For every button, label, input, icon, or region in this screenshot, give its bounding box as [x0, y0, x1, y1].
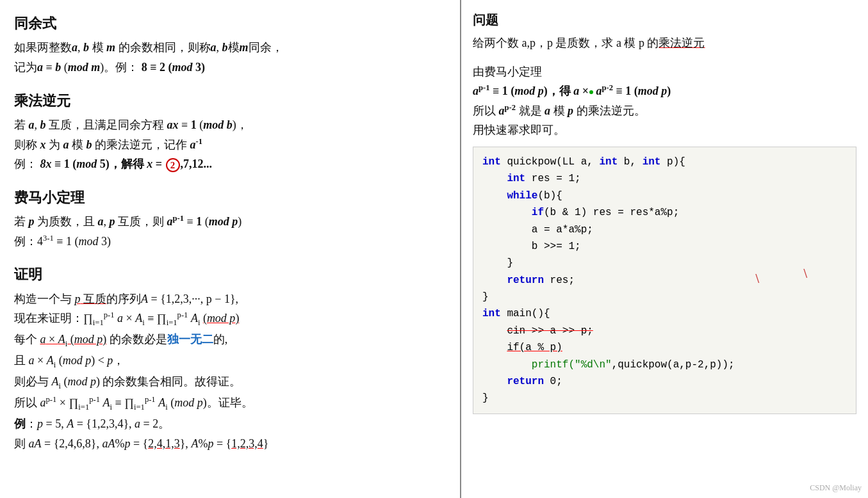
- inverse-line3: 例： 8x ≡ 1 (mod 5)，解得 x = 2,7,12...: [14, 154, 446, 174]
- section-title-proof: 证明: [14, 262, 446, 286]
- left-panel: 同余式 如果两整数a, b 模 m 的余数相同，则称a, b模m同余， 记为a …: [0, 0, 461, 498]
- proof-line6: 所以 ap-1 × ∏i=1p-1 Ai ≡ ∏i=1p-1 Ai (mod p…: [14, 393, 446, 414]
- section-fermat: 费马小定理 若 p 为质数，且 a, p 互质，则 ap-1 ≡ 1 (mod …: [14, 186, 446, 252]
- congruence-line1: 如果两整数a, b 模 m 的余数相同，则称a, b模m同余，: [14, 38, 446, 58]
- inverse-line2: 则称 x 为 a 模 b 的乘法逆元，记作 a-1: [14, 135, 446, 155]
- proof-line3: 每个 a × Ai (mod p) 的余数必是独一无二的,: [14, 330, 446, 351]
- inverse-line1: 若 a, b 互质，且满足同余方程 ax ≡ 1 (mod b)，: [14, 115, 446, 135]
- right-title: 问题: [473, 9, 856, 31]
- proof-line2: 现在来证明：∏i=1p-1 a × Ai ≡ ∏i=1p-1 Ai (mod p…: [14, 309, 446, 330]
- congruence-line2: 记为a ≡ b (mod m)。例： 8 ≡ 2 (mod 3): [14, 58, 446, 77]
- fermat-line1: 若 p 为质数，且 a, p 互质，则 ap-1 ≡ 1 (mod p): [14, 212, 446, 232]
- proof-line5: 则必与 Ai (mod p) 的余数集合相同。故得证。: [14, 372, 446, 393]
- section-congruence: 同余式 如果两整数a, b 模 m 的余数相同，则称a, b模m同余， 记为a …: [14, 12, 446, 77]
- section-inverse: 乘法逆元 若 a, b 互质，且满足同余方程 ax ≡ 1 (mod b)， 则…: [14, 89, 446, 174]
- proof-line7: 例：p = 5, A = {1,2,3,4}, a = 2。: [14, 414, 446, 434]
- code-block: int quickpow(LL a, int b, int p){ int re…: [473, 147, 856, 414]
- section-title-congruence: 同余式: [14, 12, 446, 35]
- fermat-by-title: 由费马小定理: [473, 62, 856, 82]
- fermat-formula3: 用快速幂求即可。: [473, 120, 856, 140]
- proof-line4: 且 a × Ai (mod p) < p，: [14, 351, 446, 372]
- right-desc: 给两个数 a,p，p 是质数，求 a 模 p 的乘法逆元: [473, 33, 856, 53]
- section-title-inverse: 乘法逆元: [14, 89, 446, 113]
- slash-annotation-2: \: [803, 262, 807, 284]
- fermat-line2: 例：43-1 ≡ 1 (mod 3): [14, 232, 446, 252]
- watermark: CSDN @Moliay: [810, 481, 862, 494]
- proof-line8: 则 aA = {2,4,6,8}, aA%p = {2,4,1,3}, A%p …: [14, 434, 446, 454]
- section-title-fermat: 费马小定理: [14, 186, 446, 209]
- slash-annotation-1: \: [755, 268, 759, 289]
- right-panel: 问题 给两个数 a,p，p 是质数，求 a 模 p 的乘法逆元 由费马小定理 a…: [461, 0, 868, 498]
- fermat-formula2: 所以 ap-2 就是 a 模 p 的乘法逆元。: [473, 101, 856, 121]
- proof-line1: 构造一个与 p 互质的序列A = {1,2,3,···, p − 1},: [14, 289, 446, 309]
- section-proof: 证明 构造一个与 p 互质的序列A = {1,2,3,···, p − 1}, …: [14, 262, 446, 453]
- fermat-formula1: ap-1 ≡ 1 (mod p)，得 a × ap-2 ≡ 1 (mod p): [473, 81, 856, 101]
